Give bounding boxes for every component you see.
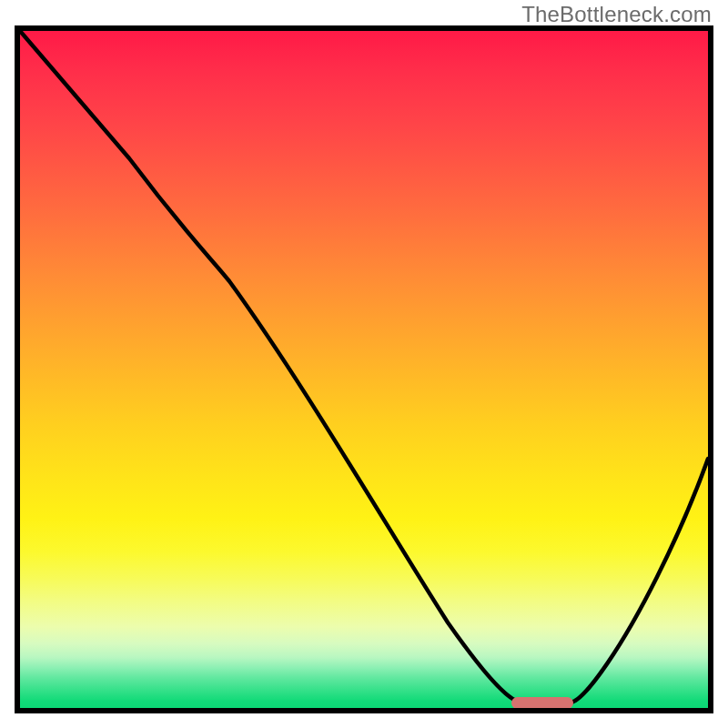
plot-overlay-svg — [20, 31, 708, 708]
valley-marker — [511, 697, 573, 708]
watermark-text: TheBottleneck.com — [521, 2, 712, 27]
plot-frame — [15, 25, 713, 713]
plot-area — [20, 31, 708, 708]
bottleneck-curve-path — [20, 31, 708, 704]
